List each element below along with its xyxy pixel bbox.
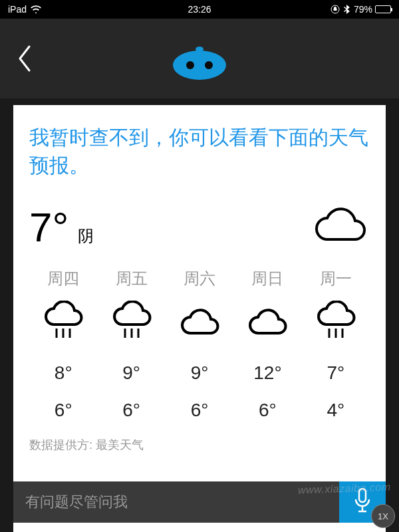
svg-rect-3 <box>198 51 201 55</box>
forecast-day: 周日 12° 6° <box>233 268 301 421</box>
day-label: 周一 <box>320 268 352 289</box>
app-area: 我暂时查不到，你可以看看下面的天气预报。 7° 阴 周四 8° 6° <box>0 19 399 532</box>
cloud-icon <box>178 300 221 346</box>
forecast-row: 周四 8° 6° 周五 9° 6° 周六 <box>29 268 370 421</box>
assistant-message: 我暂时查不到，你可以看看下面的天气预报。 <box>29 124 370 180</box>
bluetooth-icon <box>344 5 350 14</box>
day-label: 周六 <box>184 268 215 289</box>
battery-icon <box>375 5 391 13</box>
app-logo-icon <box>169 43 230 82</box>
current-temp: 7° <box>29 203 68 251</box>
day-high: 12° <box>253 362 281 384</box>
rain-icon <box>41 300 86 346</box>
back-button[interactable] <box>16 44 33 76</box>
weather-card: 我暂时查不到，你可以看看下面的天气预报。 7° 阴 周四 8° 6° <box>13 105 386 532</box>
svg-point-1 <box>173 51 226 80</box>
battery-percent: 79% <box>354 4 372 15</box>
forecast-day: 周一 7° 4° <box>302 268 370 421</box>
data-provider: 数据提供方: 最美天气 <box>29 437 370 453</box>
input-placeholder: 有问题尽管问我 <box>25 492 128 512</box>
rain-icon <box>109 300 154 346</box>
day-low: 6° <box>259 400 277 421</box>
current-condition: 阴 <box>78 225 94 247</box>
status-bar: iPad 23:26 79% <box>0 0 399 19</box>
day-label: 周四 <box>47 268 79 289</box>
zoom-badge[interactable]: 1X <box>371 504 395 528</box>
forecast-day: 周五 9° 6° <box>97 268 165 421</box>
cloud-icon <box>246 300 289 346</box>
device-label: iPad <box>8 4 27 15</box>
current-weather: 7° 阴 <box>29 203 370 251</box>
svg-point-5 <box>205 61 213 69</box>
day-high: 9° <box>122 362 140 384</box>
day-low: 6° <box>191 400 209 421</box>
day-low: 4° <box>327 400 344 421</box>
svg-point-4 <box>186 61 194 69</box>
day-low: 6° <box>55 400 72 421</box>
rain-icon <box>313 300 358 346</box>
app-header <box>0 19 399 98</box>
day-label: 周日 <box>251 268 283 289</box>
status-time: 23:26 <box>188 4 211 15</box>
cloud-icon <box>310 206 370 249</box>
day-high: 8° <box>55 362 72 384</box>
day-low: 6° <box>122 400 140 421</box>
day-label: 周五 <box>116 268 148 289</box>
orientation-lock-icon <box>331 5 340 14</box>
day-high: 7° <box>327 362 344 384</box>
forecast-day: 周六 9° 6° <box>166 268 233 421</box>
forecast-day: 周四 8° 6° <box>29 268 97 421</box>
wifi-icon <box>31 5 41 13</box>
question-input[interactable]: 有问题尽管问我 <box>13 481 339 523</box>
day-high: 9° <box>191 362 209 384</box>
